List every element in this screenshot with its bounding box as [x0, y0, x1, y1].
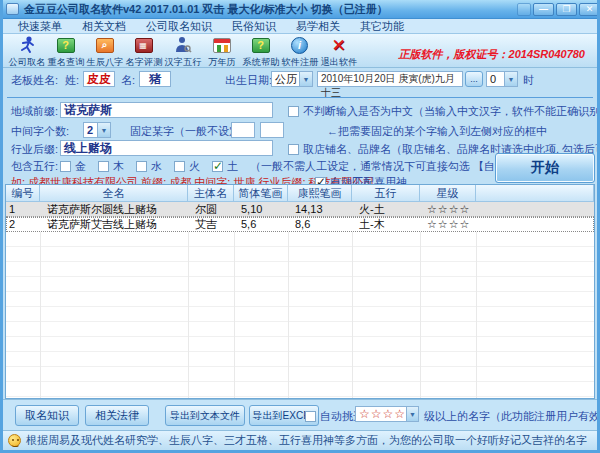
table-header-row: 编号 全名 主体名 简体笔画 康熙笔画 五行 星级 — [6, 185, 594, 202]
given-name-label: 名: — [121, 73, 135, 88]
given-name-input[interactable]: 猪 — [139, 71, 171, 87]
toolbar-exit[interactable]: ✕ 退出软件 — [319, 35, 358, 69]
book-question-icon: ? — [57, 35, 75, 55]
toolbar-register[interactable]: i 软件注册 — [280, 35, 319, 69]
export-text-button[interactable]: 导出到文本文件 — [165, 405, 245, 426]
license-text: 正版软件，版权证号：2014SR040780 — [399, 47, 595, 62]
related-law-button[interactable]: 相关法律 — [85, 405, 149, 426]
star-rating: ☆☆☆☆ — [420, 202, 476, 216]
checkbox-icon[interactable] — [136, 161, 147, 172]
toolbar-duplicate-check[interactable]: ? 重名查询 — [46, 35, 85, 69]
fixed-char-input-2[interactable] — [260, 122, 284, 138]
element-fire-option[interactable]: 火 — [174, 159, 200, 174]
results-table: 编号 全名 主体名 简体笔画 康熙笔画 五行 星级 1 诺克萨斯尔圆线上赌场 尔… — [5, 184, 595, 399]
window-title: 金豆豆公司取名软件v42 2017.01.01 双击 最大化/标准大小 切换（已… — [24, 2, 388, 17]
divider — [7, 97, 593, 98]
app-window: 金豆豆公司取名软件v42 2017.01.01 双击 最大化/标准大小 切换（已… — [0, 0, 600, 453]
status-bar: 根据周易及现代姓名研究学、生辰八字、三才五格、五行喜用神等多方面，为您的公司取一… — [3, 430, 597, 450]
exit-x-icon: ✕ — [331, 35, 345, 55]
industry-suffix-label: 行业后缀: — [11, 142, 58, 157]
toolbar-bazi[interactable]: ⌕ 生辰八字 — [85, 35, 124, 69]
toolbar-help[interactable]: ? 系统帮助 — [241, 35, 280, 69]
region-prefix-label: 地域前缀: — [11, 104, 58, 119]
checkbox-icon[interactable] — [98, 161, 109, 172]
toolbag-icon: ⌕ — [96, 35, 114, 55]
app-icon — [6, 3, 19, 15]
menu-yixue[interactable]: 易学相关 — [287, 19, 349, 34]
calendar-icon — [213, 35, 231, 55]
checkbox-checked-icon[interactable] — [212, 161, 223, 172]
toolbar-hanzi-wuxing[interactable]: 汉字五行 — [163, 35, 202, 69]
header-star-level[interactable]: 星级 — [420, 185, 476, 201]
person-search-icon — [174, 35, 192, 55]
calculator-icon: ▦ — [135, 35, 153, 55]
menu-docs[interactable]: 相关文档 — [73, 19, 135, 34]
start-button[interactable]: 开始 — [495, 153, 595, 183]
maximize-button[interactable]: ❐ — [556, 3, 577, 16]
chevron-down-icon: ▼ — [97, 123, 110, 137]
naming-form: 老板姓名: 姓: 皮皮 名: 猪 出生日期: 公历 ▼ 2010年10月20日 … — [3, 68, 597, 184]
header-kangxi-strokes[interactable]: 康熙笔画 — [288, 185, 352, 201]
menu-naming-knowledge[interactable]: 公司取名知识 — [137, 19, 221, 34]
header-main-name[interactable]: 主体名 — [188, 185, 234, 201]
checkbox-icon[interactable] — [288, 144, 299, 155]
title-bar[interactable]: 金豆豆公司取名软件v42 2017.01.01 双击 最大化/标准大小 切换（已… — [0, 0, 600, 19]
header-filler — [476, 185, 594, 201]
header-no[interactable]: 编号 — [6, 185, 40, 201]
chevron-down-icon: ▼ — [299, 72, 312, 86]
birth-date-input[interactable]: 2010年10月20日 庚寅(虎)九月十三 — [317, 71, 463, 87]
calendar-select[interactable]: 公历 ▼ — [271, 71, 313, 87]
checkbox-icon[interactable] — [174, 161, 185, 172]
star-level-suffix: 级以上的名字（此功能注册用户有效） — [424, 409, 600, 424]
toolbar-name-test[interactable]: ▦ 名字评测 — [124, 35, 163, 69]
owner-name-label: 老板姓名: — [11, 73, 58, 88]
smiley-icon — [8, 434, 21, 447]
toolbar: 公司取名 ? 重名查询 ⌕ 生辰八字 ▦ 名字评测 汉字五行 万年历 ? 系统帮… — [3, 34, 597, 68]
birth-date-label: 出生日期: — [225, 73, 272, 88]
table-row[interactable]: 2 诺克萨斯艾吉线上赌场 艾吉 5,6 8,6 土-木 ☆☆☆☆ — [6, 217, 594, 232]
helper-icon[interactable] — [517, 3, 531, 16]
table-row[interactable]: 1 诺克萨斯尔圆线上赌场 尔圆 5,10 14,13 火-土 ☆☆☆☆ — [6, 202, 594, 217]
toolbar-company-naming[interactable]: 公司取名 — [7, 35, 46, 69]
chinese-check-option[interactable]: 不判断输入是否为中文（当输入中文汉字，软件不能正确识别时才勾选此项） — [288, 104, 600, 119]
empty-grid-area — [6, 232, 594, 398]
checkbox-icon[interactable] — [60, 161, 71, 172]
element-earth-option[interactable]: 土 — [212, 159, 238, 174]
middle-count-label: 中间字个数: — [11, 124, 69, 139]
menu-quick[interactable]: 快速菜单 — [9, 19, 71, 34]
menu-folk-knowledge[interactable]: 民俗知识 — [223, 19, 285, 34]
checkbox-icon[interactable] — [305, 411, 316, 422]
middle-count-select[interactable]: 2 ▼ — [83, 122, 111, 138]
info-icon: i — [291, 35, 308, 55]
date-browse-button[interactable]: ... — [465, 71, 483, 87]
element-water-option[interactable]: 水 — [136, 159, 162, 174]
header-full-name[interactable]: 全名 — [40, 185, 188, 201]
toolbar-calendar[interactable]: 万年历 — [202, 35, 241, 69]
chevron-down-icon: ▼ — [406, 407, 418, 421]
hour-select[interactable]: 0 ▼ — [486, 71, 518, 87]
minimize-button[interactable]: — — [533, 3, 554, 16]
menu-other[interactable]: 其它功能 — [351, 19, 413, 34]
star-rating: ☆☆☆☆ — [420, 217, 476, 231]
industry-suffix-input[interactable]: 线上赌场 — [60, 140, 273, 156]
bottom-bar: 取名知识 相关法律 导出到文本文件 导出到EXCEL 自动挑选 ☆☆☆☆ ▼ 级… — [3, 399, 597, 430]
hour-suffix-label: 时 — [523, 73, 534, 88]
star-level-select[interactable]: ☆☆☆☆ ▼ — [355, 406, 419, 422]
fixed-char-hint: ←把需要固定的某个字输入到左侧对应的框中 — [327, 124, 547, 139]
element-metal-option[interactable]: 金 — [60, 159, 86, 174]
surname-label: 姓: — [65, 73, 79, 88]
menu-bar: 快速菜单 相关文档 公司取名知识 民俗知识 易学相关 其它功能 — [3, 19, 597, 34]
region-prefix-input[interactable]: 诺克萨斯 — [60, 102, 273, 118]
checkbox-icon[interactable] — [288, 106, 299, 117]
header-simplified-strokes[interactable]: 简体笔画 — [234, 185, 288, 201]
surname-input[interactable]: 皮皮 — [83, 71, 115, 87]
header-wuxing[interactable]: 五行 — [352, 185, 420, 201]
five-elements-label: 包含五行: — [11, 159, 58, 174]
help-book-icon: ? — [252, 35, 270, 55]
runner-icon — [18, 35, 36, 55]
naming-knowledge-button[interactable]: 取名知识 — [15, 405, 79, 426]
element-wood-option[interactable]: 木 — [98, 159, 124, 174]
status-text: 根据周易及现代姓名研究学、生辰八字、三才五格、五行喜用神等多方面，为您的公司取一… — [26, 433, 587, 448]
fixed-char-input-1[interactable] — [231, 122, 255, 138]
close-button[interactable]: ✕ — [579, 3, 600, 16]
